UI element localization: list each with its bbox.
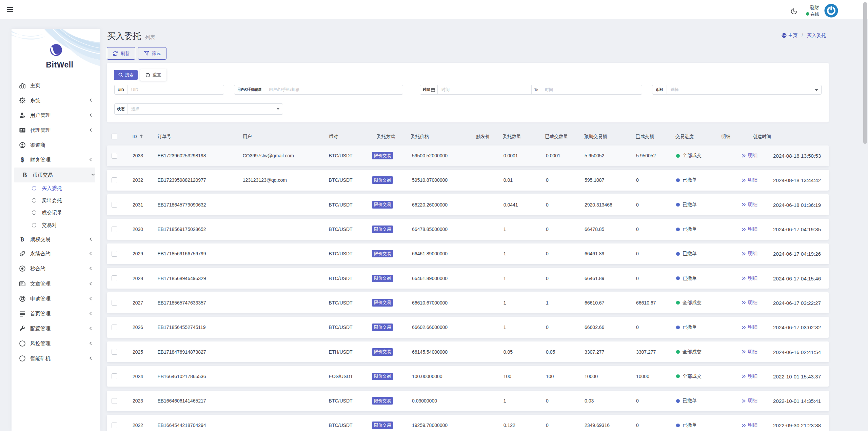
svg-text:B: B [20, 236, 24, 242]
svg-text:B: B [23, 172, 27, 178]
svg-text:$: $ [21, 157, 24, 163]
